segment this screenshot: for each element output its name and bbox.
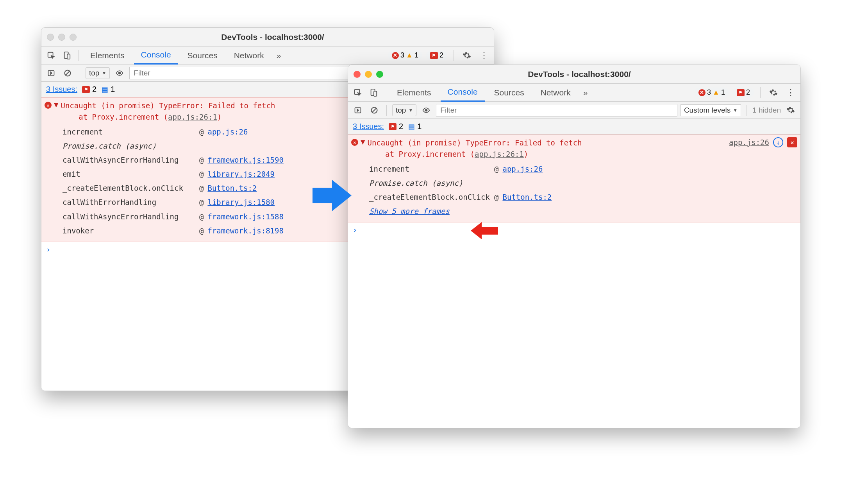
- flag-badge[interactable]: ⚑2: [733, 88, 754, 97]
- reload-icon[interactable]: ↓: [773, 137, 783, 147]
- console-settings-icon[interactable]: [784, 104, 797, 117]
- chevron-down-icon: ▼: [408, 108, 413, 113]
- warning-icon: ▲: [713, 89, 720, 96]
- window-title: DevTools - localhost:3000/: [391, 70, 768, 79]
- error-icon: ✕: [351, 139, 358, 146]
- show-more-frames[interactable]: Show 5 more frames: [369, 204, 797, 218]
- frame-link[interactable]: app.js:26: [502, 162, 543, 176]
- frame-link[interactable]: framework.js:1590: [207, 153, 283, 167]
- hidden-count[interactable]: 1 hidden: [752, 106, 781, 115]
- error-count: 3: [400, 51, 404, 59]
- stack-frame: _createElementBlock.onClick@ Button.ts:2: [369, 190, 797, 204]
- tab-overflow[interactable]: »: [273, 47, 284, 65]
- tab-network[interactable]: Network: [227, 47, 271, 65]
- frame-link[interactable]: Button.ts:2: [502, 190, 552, 204]
- arrow-right-icon: [309, 176, 355, 215]
- inspect-icon[interactable]: [351, 86, 364, 99]
- flag-badge[interactable]: ⚑2: [426, 50, 447, 60]
- svg-rect-2: [67, 54, 70, 59]
- device-icon[interactable]: [367, 86, 380, 99]
- live-expression-icon[interactable]: [113, 66, 126, 80]
- filter-input[interactable]: [436, 104, 677, 117]
- error-icon: ✕: [698, 89, 705, 96]
- minimize-dot[interactable]: [58, 34, 65, 41]
- svg-point-6: [119, 72, 121, 74]
- issues-messages[interactable]: ▤1: [101, 85, 115, 94]
- chevron-down-icon: ▼: [102, 70, 106, 76]
- close-dot[interactable]: [47, 34, 54, 41]
- source-link[interactable]: app.js:26:1: [168, 113, 217, 121]
- issues-flags[interactable]: ⚑2: [82, 85, 96, 94]
- toggle-sidebar-icon[interactable]: [351, 104, 364, 117]
- message-icon: ▤: [408, 123, 415, 130]
- inspect-icon[interactable]: [45, 49, 58, 62]
- error-entry: ✕ ▼ Uncaught (in promise) TypeError: Fai…: [348, 134, 800, 222]
- settings-icon[interactable]: [460, 49, 473, 62]
- warning-count: 1: [721, 88, 725, 97]
- tab-sources[interactable]: Sources: [487, 84, 531, 102]
- expand-caret-icon[interactable]: ▼: [361, 137, 365, 146]
- tab-network[interactable]: Network: [534, 84, 578, 102]
- chevron-down-icon: ▼: [733, 108, 738, 113]
- device-icon[interactable]: [60, 49, 73, 62]
- more-icon[interactable]: ⋮: [477, 49, 491, 62]
- tab-sources[interactable]: Sources: [180, 47, 225, 65]
- console-prompt[interactable]: ›: [348, 222, 800, 237]
- tab-elements[interactable]: Elements: [390, 84, 438, 102]
- source-link[interactable]: app.js:26:1: [475, 150, 524, 158]
- warning-icon: ▲: [406, 52, 413, 59]
- live-expression-icon[interactable]: [420, 104, 433, 117]
- issues-link[interactable]: 3 Issues:: [46, 85, 77, 94]
- console-toolbar: top▼ Custom levels▼ 1 hidden: [348, 102, 800, 119]
- tab-bar: Elements Console Sources Network » ✕3 ▲1…: [41, 47, 494, 65]
- frame-link[interactable]: framework.js:8198: [207, 224, 283, 238]
- tab-elements[interactable]: Elements: [83, 47, 132, 65]
- close-dot[interactable]: [354, 71, 361, 78]
- stack-frame-async: Promise.catch (async): [369, 176, 797, 190]
- frame-link[interactable]: library.js:1580: [207, 195, 275, 209]
- issues-messages[interactable]: ▤1: [408, 122, 421, 131]
- clear-icon[interactable]: [61, 66, 74, 80]
- tab-console[interactable]: Console: [134, 47, 178, 65]
- remove-icon[interactable]: ✕: [787, 137, 797, 147]
- issues-link[interactable]: 3 Issues:: [353, 122, 384, 131]
- settings-icon[interactable]: [767, 86, 780, 99]
- frame-link[interactable]: Button.ts:2: [207, 181, 257, 195]
- zoom-dot[interactable]: [70, 34, 77, 41]
- error-message: Uncaught (in promise) TypeError: Failed …: [367, 137, 727, 160]
- tab-overflow[interactable]: »: [580, 84, 591, 102]
- flag-icon: ⚑: [737, 89, 745, 96]
- error-count: 3: [707, 88, 711, 97]
- zoom-dot[interactable]: [376, 71, 383, 78]
- error-icon: ✕: [45, 102, 52, 109]
- console-body: ✕ ▼ Uncaught (in promise) TypeError: Fai…: [348, 134, 800, 428]
- expand-caret-icon[interactable]: ▼: [54, 100, 58, 109]
- context-selector[interactable]: top▼: [392, 104, 416, 116]
- titlebar[interactable]: DevTools - localhost:3000/: [348, 65, 800, 84]
- titlebar[interactable]: DevTools - localhost:3000/: [41, 28, 494, 47]
- frame-link[interactable]: app.js:26: [207, 125, 248, 139]
- traffic-lights: [47, 34, 77, 41]
- warning-count: 1: [414, 51, 418, 59]
- issues-flags[interactable]: ⚑2: [389, 122, 403, 131]
- devtools-window-right: DevTools - localhost:3000/ Elements Cons…: [348, 65, 801, 428]
- svg-line-5: [66, 71, 70, 75]
- clear-icon[interactable]: [368, 104, 381, 117]
- more-icon[interactable]: ⋮: [784, 86, 797, 99]
- minimize-dot[interactable]: [365, 71, 372, 78]
- toggle-sidebar-icon[interactable]: [45, 66, 58, 80]
- flag-count: 2: [746, 88, 750, 97]
- frame-link[interactable]: framework.js:1588: [207, 210, 283, 224]
- flag-icon: ⚑: [389, 123, 396, 130]
- tab-console[interactable]: Console: [441, 84, 485, 102]
- traffic-lights: [354, 71, 383, 78]
- log-levels-selector[interactable]: Custom levels▼: [680, 104, 741, 116]
- context-selector[interactable]: top▼: [86, 67, 110, 79]
- source-link-right[interactable]: app.js:26: [729, 138, 769, 147]
- error-warning-badge[interactable]: ✕3 ▲1: [695, 88, 729, 97]
- error-warning-badge[interactable]: ✕3 ▲1: [388, 50, 422, 60]
- issues-bar: 3 Issues: ⚑2 ▤1: [348, 119, 800, 134]
- frame-link[interactable]: library.js:2049: [207, 167, 275, 181]
- arrow-left-icon: [471, 222, 498, 239]
- error-icon: ✕: [392, 52, 399, 59]
